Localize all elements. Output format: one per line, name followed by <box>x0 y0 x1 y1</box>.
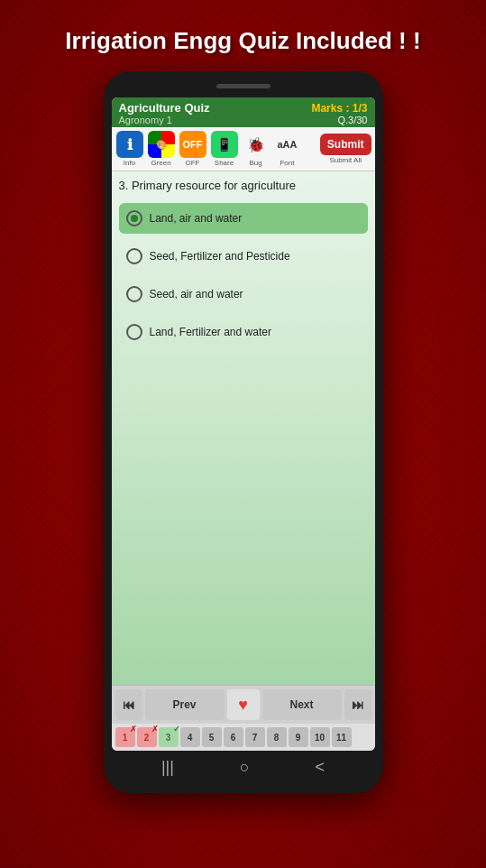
green-label: Green <box>151 159 170 167</box>
font-icon: aAA <box>274 131 301 158</box>
off-tool[interactable]: OFF OFF <box>179 131 207 167</box>
share-icon: 📱 <box>211 131 238 158</box>
q-num-7[interactable]: 7 <box>245 727 265 747</box>
phone-shell: Agriculture Quiz Marks : 1/3 Agronomy 1 … <box>104 71 383 793</box>
info-icon: ℹ <box>116 131 143 158</box>
phone-screen: Agriculture Quiz Marks : 1/3 Agronomy 1 … <box>112 97 375 751</box>
submit-button[interactable]: Submit <box>320 134 371 155</box>
option-1[interactable]: Land, air and water <box>119 203 368 234</box>
off-icon: OFF <box>179 131 206 158</box>
heart-button[interactable]: ♥ <box>227 689 260 720</box>
q-num-1[interactable]: ✗ 1 <box>115 727 135 747</box>
navigation-bar: ⏮ Prev ♥ Next ⏭ <box>112 685 375 724</box>
q-num-5[interactable]: 5 <box>202 727 222 747</box>
last-button[interactable]: ⏭ <box>344 689 371 720</box>
quiz-title: Agriculture Quiz <box>119 101 210 115</box>
option-4-text: Land, Fertilizer and water <box>150 326 271 338</box>
bug-tool[interactable]: 🐞 Bug <box>242 131 271 167</box>
option-4[interactable]: Land, Fertilizer and water <box>119 317 368 347</box>
green-tool[interactable]: 🎨 Green <box>147 131 176 167</box>
radio-4 <box>126 324 142 340</box>
radio-2 <box>126 248 142 264</box>
option-3[interactable]: Seed, air and water <box>119 279 368 309</box>
quiz-subtitle: Agronomy 1 <box>119 115 172 125</box>
share-tool[interactable]: 📱 Share <box>210 131 239 167</box>
question-area: 3. Primary resource for agriculture Land… <box>112 171 375 685</box>
q-num-3[interactable]: ✓ 3 <box>159 727 179 747</box>
question-text: 3. Primary resource for agriculture <box>119 179 368 192</box>
phone-speaker <box>216 84 271 88</box>
font-tool[interactable]: aAA Font <box>273 131 302 167</box>
phone-bottom-nav: ||| ○ < <box>111 751 376 780</box>
bug-icon: 🐞 <box>243 131 270 158</box>
q-num-6[interactable]: 6 <box>224 727 243 747</box>
q-num-11[interactable]: 11 <box>332 727 352 747</box>
nav-back-icon[interactable]: < <box>316 758 326 777</box>
font-label: Font <box>280 159 294 167</box>
question-numbers-bar: ✗ 1 ✗ 2 ✓ 3 4 5 6 7 8 <box>112 724 375 751</box>
info-tool[interactable]: ℹ Info <box>115 131 144 167</box>
nav-circle-icon[interactable]: ○ <box>240 758 250 777</box>
first-button[interactable]: ⏮ <box>115 689 142 720</box>
question-number: Q.3/30 <box>337 115 367 125</box>
green-icon: 🎨 <box>148 131 175 158</box>
q-num-8[interactable]: 8 <box>267 727 287 747</box>
option-2[interactable]: Seed, Fertilizer and Pesticide <box>119 241 368 272</box>
bug-label: Bug <box>249 159 261 167</box>
radio-fill-1 <box>131 215 138 222</box>
share-label: Share <box>215 159 234 167</box>
app-title: Irrigation Engg Quiz Included ! ! <box>65 27 420 55</box>
heart-icon: ♥ <box>238 696 248 715</box>
off-label: OFF <box>186 159 200 167</box>
q-num-2[interactable]: ✗ 2 <box>137 727 157 747</box>
prev-button[interactable]: Prev <box>145 689 225 720</box>
radio-1 <box>126 210 142 226</box>
quiz-header: Agriculture Quiz Marks : 1/3 Agronomy 1 … <box>112 97 375 127</box>
submit-all-label: Submit All <box>329 156 362 164</box>
marks-label: Marks : 1/3 <box>311 102 367 115</box>
option-3-text: Seed, air and water <box>150 288 243 300</box>
option-2-text: Seed, Fertilizer and Pesticide <box>150 250 290 263</box>
submit-tool[interactable]: Submit Submit All <box>320 134 371 164</box>
q-num-4[interactable]: 4 <box>180 727 200 747</box>
next-button[interactable]: Next <box>262 689 342 720</box>
radio-3 <box>126 286 142 302</box>
option-1-text: Land, air and water <box>150 212 243 225</box>
toolbar: ℹ Info 🎨 Green OFF OFF 📱 Share 🐞 Bug aAA <box>112 127 375 171</box>
nav-lines-icon[interactable]: ||| <box>161 758 174 777</box>
q-num-10[interactable]: 10 <box>310 727 330 747</box>
q-num-9[interactable]: 9 <box>289 727 308 747</box>
info-label: Info <box>124 159 135 167</box>
